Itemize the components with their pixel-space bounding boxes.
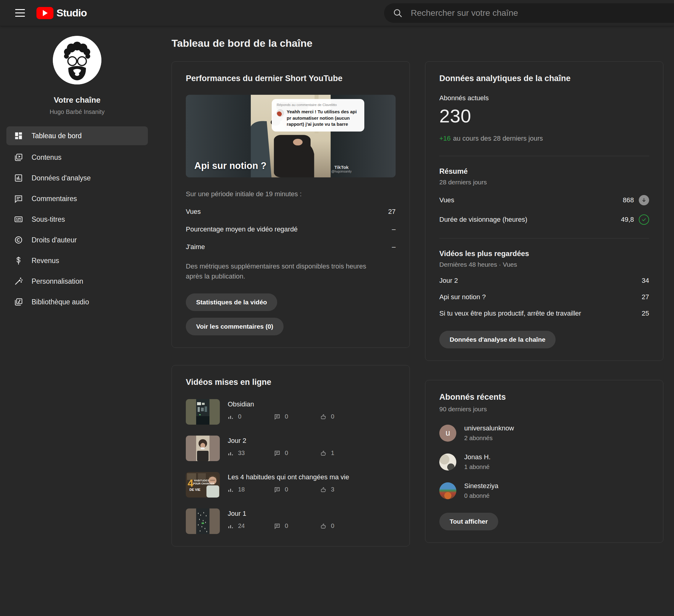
short-video-thumbnail[interactable]: Réponds au commentaire de Clavelitto Yea…	[186, 95, 396, 177]
uploaded-video-row[interactable]: 4 HABITUDES POUR CHANGER DE VIE Les 4 ha…	[186, 472, 396, 498]
sidebar-item-customization[interactable]: Personnalisation	[6, 271, 148, 292]
sidebar-item-comments[interactable]: Commentaires	[6, 188, 148, 209]
sidebar-item-label: Bibliothèque audio	[31, 298, 89, 306]
svg-text:4: 4	[188, 477, 193, 489]
summary-section: Résumé 28 derniers jours Vues 868	[439, 156, 649, 225]
comments-stat: 0	[274, 449, 320, 456]
svg-text:HABITUDES: HABITUDES	[194, 479, 209, 482]
thumbs-up-icon	[320, 486, 327, 493]
show-all-button[interactable]: Tout afficher	[439, 513, 498, 530]
uploaded-videos-card: Vidéos mises en ligne	[172, 365, 410, 546]
svg-text:POUR CHANGER: POUR CHANGER	[193, 482, 214, 485]
channel-analytics-button[interactable]: Données d'analyse de la chaîne	[439, 331, 556, 348]
top-video-row[interactable]: Api sur notion ? 27	[439, 293, 649, 301]
sidebar-item-label: Revenus	[31, 257, 59, 265]
channel-name: Votre chaîne	[0, 95, 154, 105]
comments-stat: 0	[274, 413, 320, 420]
video-stats-button[interactable]: Statistiques de la vidéo	[186, 293, 277, 311]
views-stat: 18	[228, 486, 274, 493]
tiktok-reply-bubble: Réponds au commentaire de Clavelitto Yea…	[272, 99, 364, 131]
card-title: Vidéos mises en ligne	[186, 378, 396, 387]
sidebar-item-label: Sous-titres	[31, 215, 65, 223]
thumbs-up-icon	[320, 523, 327, 529]
video-thumbnail: 4 HABITUDES POUR CHANGER DE VIE	[186, 472, 220, 498]
card-title: Performances du dernier Short YouTube	[186, 74, 396, 83]
comments-stat: 0	[274, 486, 320, 493]
youtube-studio-logo[interactable]: Studio	[36, 7, 87, 19]
video-thumbnail	[186, 399, 220, 425]
top-videos-period: Dernières 48 heures · Vues	[439, 261, 649, 268]
bar-chart-icon	[228, 450, 234, 456]
latest-short-performance-card: Performances du dernier Short YouTube	[172, 61, 410, 348]
youtube-studio-dashboard: { "topbar": { "logo_text": "Studio", "se…	[0, 0, 674, 616]
view-comments-button[interactable]: Voir les commentaires (0)	[186, 318, 284, 335]
subscriber-growth: +16au cours des 28 derniers jours	[439, 134, 649, 142]
summary-period: 28 derniers jours	[439, 179, 649, 186]
thumbs-up-icon	[320, 450, 327, 456]
sidebar-nav: Tableau de bord Contenus	[0, 126, 154, 312]
sidebar-item-subtitles[interactable]: Sous-titres	[6, 209, 148, 230]
comments-icon	[14, 194, 23, 203]
stat-row-likes: J'aime –	[186, 243, 396, 251]
channel-analytics-card: Données analytiques de la chaîne Abonnés…	[425, 61, 663, 361]
sidebar-item-contents[interactable]: Contenus	[6, 147, 148, 168]
comment-icon	[274, 450, 280, 456]
subscriber-row[interactable]: Jonas H. 1 abonné	[439, 453, 649, 471]
comment-icon	[274, 523, 280, 529]
recent-subscribers-period: 90 derniers jours	[439, 406, 649, 413]
stat-row-views: Vues 27	[186, 208, 396, 216]
sidebar-item-analytics[interactable]: Données d'analyse	[6, 168, 148, 188]
subscriber-row[interactable]: Sinesteziya 0 abonné	[439, 482, 649, 499]
uploaded-video-row[interactable]: Jour 2 33 0	[186, 435, 396, 461]
sidebar-item-label: Personnalisation	[31, 277, 83, 286]
uploaded-video-row[interactable]: Obsidian 0 0	[186, 399, 396, 425]
channel-avatar[interactable]	[53, 36, 101, 85]
search-bar[interactable]	[384, 3, 674, 23]
card-title: Données analytiques de la chaîne	[439, 74, 649, 83]
sidebar-item-label: Contenus	[31, 153, 61, 162]
likes-stat: 3	[320, 486, 366, 493]
subscriber-count: 2 abonnés	[464, 435, 514, 442]
sidebar-item-audio-library[interactable]: Bibliothèque audio	[6, 292, 148, 312]
subscriber-name: Sinesteziya	[464, 482, 498, 490]
bar-chart-icon	[228, 487, 234, 493]
bar-chart-icon	[228, 523, 234, 529]
sidebar-item-label: Données d'analyse	[31, 174, 91, 182]
initial-period-text: Sur une période initiale de 19 minutes :	[186, 190, 396, 198]
subscriber-name: universalunknow	[464, 424, 514, 432]
summary-row-views: Vues 868	[439, 195, 649, 205]
analytics-icon	[14, 174, 23, 183]
sidebar-item-copyright[interactable]: Droits d'auteur	[6, 230, 148, 250]
video-thumbnail	[186, 435, 220, 461]
sidebar-item-label: Commentaires	[31, 195, 77, 203]
growth-delta: +16	[439, 134, 451, 142]
subscriber-name: Jonas H.	[464, 453, 491, 461]
tiktok-watermark: TikTok @hugoinsanity	[332, 165, 352, 173]
uploaded-video-row[interactable]: Jour 1 24 0	[186, 508, 396, 534]
hamburger-menu-icon[interactable]	[11, 4, 29, 22]
search-input[interactable]	[411, 8, 671, 18]
subscriber-row[interactable]: u universalunknow 2 abonnés	[439, 424, 649, 442]
sidebar-item-label: Tableau de bord	[31, 132, 82, 140]
stat-row-avg-watched: Pourcentage moyen de vidéo regardé –	[186, 225, 396, 233]
logo-text: Studio	[57, 7, 87, 19]
short-overlay-title: Api sur notion ?	[194, 161, 266, 171]
views-stat: 33	[228, 449, 274, 456]
comment-icon	[274, 413, 280, 420]
top-video-row[interactable]: Jour 2 34	[439, 277, 649, 285]
commenter-avatar	[276, 109, 284, 117]
reply-context: Réponds au commentaire de Clavelitto	[276, 103, 359, 107]
sidebar-item-dashboard[interactable]: Tableau de bord	[6, 126, 148, 145]
left-column: Performances du dernier Short YouTube	[172, 61, 410, 546]
right-column: Données analytiques de la chaîne Abonnés…	[425, 61, 663, 543]
bar-chart-icon	[228, 414, 234, 420]
top-video-row[interactable]: Si tu veux être plus productif, arrête d…	[439, 310, 649, 317]
sidebar-item-label: Droits d'auteur	[31, 236, 77, 244]
video-title: Jour 2	[228, 437, 396, 445]
comments-stat: 0	[274, 522, 320, 529]
video-thumbnail	[186, 508, 220, 534]
contents-icon	[14, 153, 23, 162]
customization-icon	[14, 277, 23, 286]
sidebar-item-revenue[interactable]: Revenus	[6, 250, 148, 271]
subscriber-count: 0 abonné	[464, 492, 498, 499]
